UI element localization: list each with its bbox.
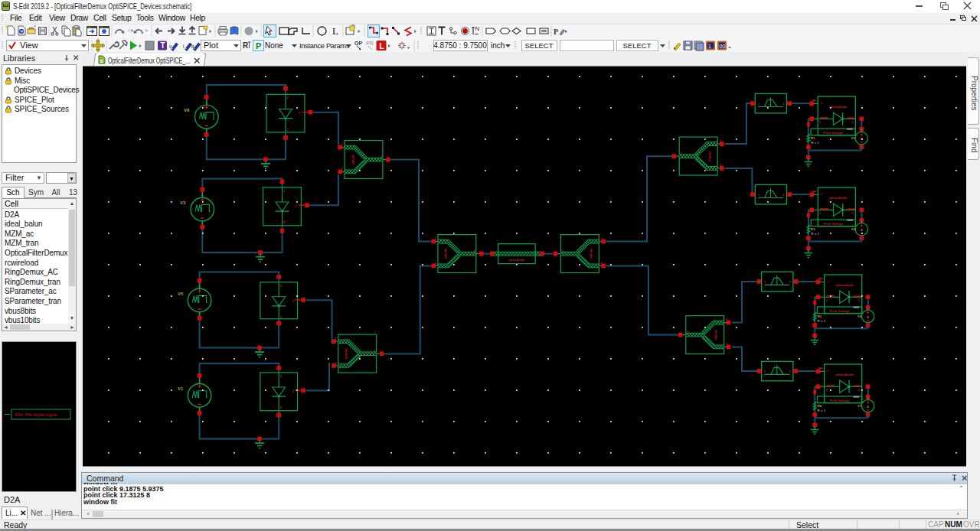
svg-text:P: P [256, 41, 261, 50]
svg-text:OP: OP [354, 41, 362, 46]
svg-text:N: N [475, 25, 480, 32]
svg-text:View: View [20, 41, 38, 50]
svg-text:PR: PR [366, 41, 374, 46]
svg-text:4.8750 : 9.7500: 4.8750 : 9.7500 [433, 41, 487, 50]
svg-text:T: T [161, 41, 165, 50]
svg-text:L: L [332, 25, 338, 37]
svg-text:s: s [100, 58, 103, 64]
svg-text:inch: inch [491, 41, 505, 50]
svg-text:None: None [265, 41, 283, 50]
svg-text:00: 00 [720, 44, 726, 49]
svg-text:i: i [183, 44, 184, 49]
svg-text:Plot: Plot [204, 41, 218, 50]
svg-text:D2A: Plot digital signal: D2A: Plot digital signal [15, 412, 57, 417]
svg-text:Instance Params: Instance Params [299, 41, 350, 50]
svg-text:L: L [380, 42, 384, 50]
svg-text:P: P [554, 28, 558, 36]
svg-text:SELECT: SELECT [525, 41, 554, 50]
svg-text:q: q [191, 44, 194, 50]
svg-text:1: 1 [708, 44, 711, 49]
svg-text:SELECT: SELECT [623, 41, 652, 50]
